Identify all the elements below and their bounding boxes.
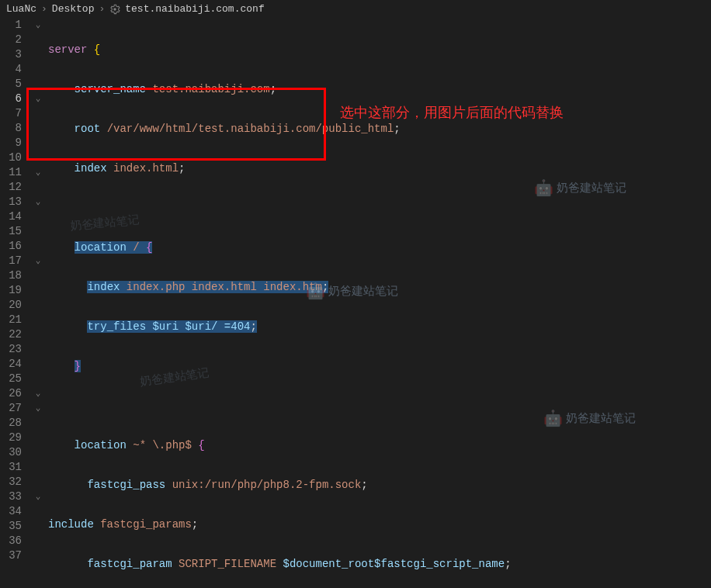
code-token: /var/www/html/test.naibabiji.com/public_… [107, 123, 394, 135]
fold-gutter: ⌄ ⌄ ⌄ ⌄ ⌄ ⌄ ⌄ ⌄ [31, 18, 45, 587]
code-token: server [48, 43, 87, 56]
code-token: ~* \.php$ [133, 439, 192, 451]
fold-toggle[interactable]: ⌄ [31, 92, 45, 106]
code-token: server_name [75, 83, 146, 95]
code-token: / [133, 241, 139, 254]
line-number[interactable]: 28 [0, 416, 25, 431]
line-number[interactable]: 11 [0, 165, 25, 180]
breadcrumb-item[interactable]: Desktop [52, 3, 95, 15]
line-number[interactable]: 35 [0, 519, 25, 534]
code-token: $document_root$fastcgi_script_name [283, 558, 505, 570]
line-number[interactable]: 12 [0, 180, 25, 195]
fold-toggle[interactable]: ⌄ [31, 386, 45, 401]
code-token: index [87, 281, 120, 293]
line-number[interactable]: 7 [0, 106, 25, 121]
code-token: root [75, 123, 101, 135]
breadcrumb-item[interactable]: LuaNc [6, 3, 36, 15]
line-number[interactable]: 26 [0, 386, 25, 401]
fold-toggle[interactable]: ⌄ [31, 18, 45, 33]
code-token: test.naibabiji.com [152, 83, 269, 95]
line-number[interactable]: 8 [0, 121, 25, 136]
code-token: include [48, 518, 94, 531]
line-number[interactable]: 30 [0, 445, 25, 460]
code-token: location [75, 439, 127, 451]
line-number[interactable]: 33 [0, 489, 25, 504]
line-number[interactable]: 16 [0, 239, 25, 254]
line-number[interactable]: 9 [0, 136, 25, 150]
line-number[interactable]: 10 [0, 150, 25, 165]
line-number[interactable]: 23 [0, 342, 25, 357]
line-number[interactable]: 31 [0, 460, 25, 475]
line-number[interactable]: 29 [0, 431, 25, 445]
line-number[interactable]: 14 [0, 209, 25, 224]
code-token: fastcgi_param [87, 558, 172, 570]
fold-toggle[interactable]: ⌄ [31, 195, 45, 209]
line-number[interactable]: 21 [0, 313, 25, 327]
gear-icon [109, 4, 120, 15]
line-number[interactable]: 19 [0, 283, 25, 298]
line-number[interactable]: 17 [0, 254, 25, 268]
code-token: index.php index.html index.htm [127, 281, 322, 293]
fold-toggle[interactable]: ⌄ [31, 254, 45, 268]
line-number[interactable]: 25 [0, 372, 25, 386]
code-token: fastcgi_pass [87, 479, 165, 491]
line-number[interactable]: 27 [0, 401, 25, 416]
line-number[interactable]: 32 [0, 475, 25, 489]
line-number[interactable]: 2 [0, 33, 25, 47]
fold-toggle[interactable]: ⌄ [31, 489, 45, 504]
line-number[interactable]: 34 [0, 504, 25, 519]
line-number[interactable]: 4 [0, 62, 25, 77]
code-token: index.html [113, 162, 179, 175]
code-token: $uri $uri/ =404 [152, 320, 250, 333]
line-number-gutter: 1 2 3 4 5 6 7 8 9 10 11 12 13 14 15 16 1… [0, 18, 31, 587]
code-token: try_files [87, 320, 146, 333]
line-number[interactable]: 22 [0, 327, 25, 342]
breadcrumb: LuaNc › Desktop › test.naibabiji.com.con… [0, 0, 711, 18]
code-token: fastcgi_params [100, 518, 192, 531]
line-number[interactable]: 20 [0, 298, 25, 313]
line-number[interactable]: 15 [0, 224, 25, 239]
chevron-right-icon: › [99, 3, 105, 15]
chevron-right-icon: › [41, 3, 47, 15]
code-token: location [75, 241, 127, 254]
code-token: unix:/run/php/php8.2-fpm.sock [172, 479, 362, 491]
breadcrumb-item-current[interactable]: test.naibabiji.com.conf [125, 3, 264, 15]
annotation-text: 选中这部分，用图片后面的代码替换 [340, 103, 564, 122]
line-number[interactable]: 13 [0, 195, 25, 209]
line-number[interactable]: 5 [0, 77, 25, 92]
line-number[interactable]: 24 [0, 357, 25, 372]
fold-toggle[interactable]: ⌄ [31, 401, 45, 416]
code-token: index [75, 162, 107, 175]
line-number-active[interactable]: 6 [0, 92, 25, 106]
line-number[interactable]: 1 [0, 18, 25, 33]
line-number[interactable]: 36 [0, 534, 25, 548]
line-number[interactable]: 18 [0, 268, 25, 283]
code-token: SCRIPT_FILENAME [179, 558, 276, 570]
line-number[interactable]: 37 [0, 548, 25, 563]
line-number[interactable]: 3 [0, 47, 25, 62]
fold-toggle[interactable]: ⌄ [31, 165, 45, 180]
